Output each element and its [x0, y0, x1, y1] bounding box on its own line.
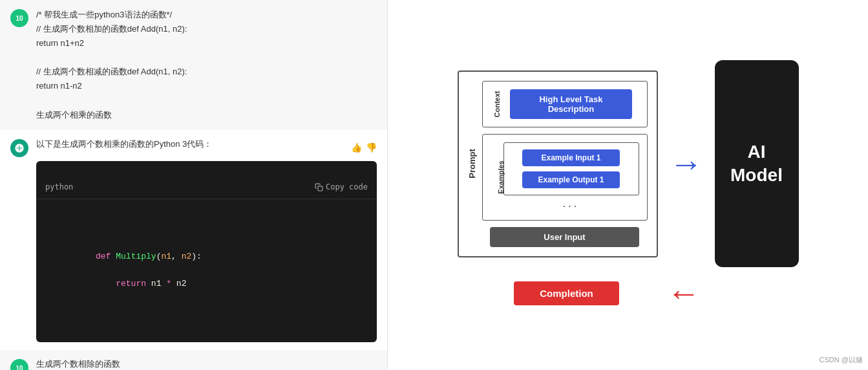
avatar-user-2: 10 [10, 359, 28, 370]
arrow-left-wrapper: ← [664, 276, 703, 310]
user-input-btn[interactable]: User Input [490, 227, 639, 247]
code-body-1: def Multiply(n1, n2): return n1 * n2 [36, 228, 377, 314]
chat-panel: 10 /* 帮我生成一些python3语法的函数*/ // 生成两个数相加的函数… [0, 0, 388, 370]
chat-message-user-1: 10 /* 帮我生成一些python3语法的函数*/ // 生成两个数相加的函数… [0, 0, 387, 130]
user-text-2: 生成两个数相除的函数 [36, 358, 377, 370]
examples-label: Examples [496, 160, 504, 193]
ai-model-label: AIModel [730, 140, 783, 188]
example-input-btn[interactable]: Example Input 1 [522, 149, 619, 166]
avatar-user-1: 10 [10, 9, 28, 27]
arrow-right-icon: → [670, 147, 703, 180]
prompt-outer-box: Prompt Context High Level Task Descripti… [458, 71, 658, 257]
example-inner-box: Example Input 1 Example Output 1 [503, 142, 639, 195]
user-text-1: /* 帮我生成一些python3语法的函数*/ // 生成两个数相加的函数def… [36, 8, 377, 122]
copy-btn-1[interactable]: Copy code [315, 181, 368, 193]
prompt-label: Prompt [467, 149, 477, 179]
assistant-prefix-1: 以下是生成两个数相乘的函数的Python 3代码： [36, 138, 212, 151]
avatar-gpt-1 [10, 139, 28, 157]
examples-section: Examples Example Input 1 Example Output … [482, 134, 648, 221]
example-output-btn[interactable]: Example Output 1 [522, 171, 619, 188]
code-block-1: python Copy code def Multiply(n1, n2): r… [36, 161, 377, 342]
arrow-left-icon: ← [667, 276, 701, 310]
bottom-row: Completion ← [458, 276, 799, 310]
message-top-2: 以下是生成两个数相乘的函数的Python 3代码： 👍 👎 [36, 138, 377, 155]
context-section: Context High Level Task Description [482, 81, 648, 127]
chat-message-assistant-1: 以下是生成两个数相乘的函数的Python 3代码： 👍 👎 python Cop… [0, 130, 387, 351]
message-content-1: /* 帮我生成一些python3语法的函数*/ // 生成两个数相加的函数def… [36, 8, 377, 122]
thumbdown-icon-1[interactable]: 👎 [366, 140, 377, 155]
completion-wrapper: Completion [481, 281, 653, 305]
message-content-2: 以下是生成两个数相乘的函数的Python 3代码： 👍 👎 python Cop… [36, 138, 377, 343]
completion-btn[interactable]: Completion [514, 281, 619, 305]
code-lang-1: python [45, 181, 73, 193]
svg-rect-0 [318, 186, 323, 191]
arrow-right-wrapper: → [670, 147, 703, 180]
thumbup-icon-1[interactable]: 👍 [351, 140, 362, 155]
message-content-3: 生成两个数相除的函数 [36, 358, 377, 370]
code-header-1: python Copy code [36, 176, 377, 199]
context-label: Context [493, 91, 501, 117]
high-level-task-btn[interactable]: High Level Task Description [510, 89, 632, 119]
dots: ··· [503, 201, 639, 212]
chat-message-user-2: 10 生成两个数相除的函数 [0, 350, 387, 370]
csdn-watermark: CSDN @以燧 [820, 355, 863, 365]
diagram-panel: Prompt Context High Level Task Descripti… [388, 0, 868, 370]
user-input-wrapper: User Input [482, 227, 648, 247]
ai-model-box: AIModel [715, 60, 799, 267]
thumbs-1: 👍 👎 [351, 140, 377, 155]
